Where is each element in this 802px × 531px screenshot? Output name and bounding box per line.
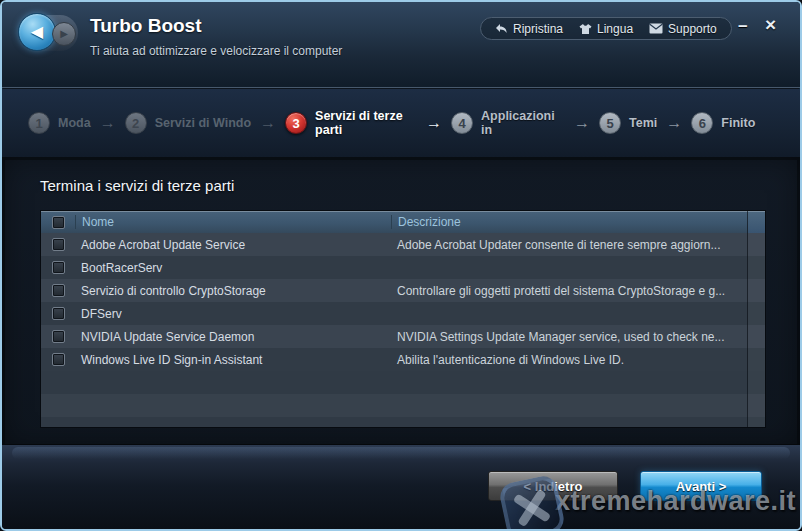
step-arrow-icon: → — [260, 115, 276, 131]
service-name: DFServ — [75, 307, 391, 321]
select-all-checkbox[interactable] — [52, 216, 65, 229]
empty-row — [41, 371, 765, 394]
table-row[interactable]: NVIDIA Update Service Daemon NVIDIA Sett… — [41, 325, 765, 348]
wizard-step-temi: 5 Temi — [599, 112, 657, 134]
service-name: BootRacerServ — [75, 261, 391, 275]
column-header-descrizione[interactable]: Descrizione — [391, 215, 765, 229]
service-description: NVIDIA Settings Update Manager service, … — [391, 330, 765, 344]
app-window: ◀ ▶ Turbo Boost Ti aiuta ad ottimizzare … — [0, 0, 802, 531]
section-title: Termina i servizi di terze parti — [40, 177, 234, 194]
footer: < Indietro Avanti > xtremehardware.it — [2, 444, 800, 529]
service-name: Windows Live ID Sign-in Assistant — [75, 353, 391, 367]
row-checkbox[interactable] — [52, 284, 65, 297]
step-label: Temi — [629, 116, 657, 130]
table-row[interactable]: BootRacerServ — [41, 256, 765, 279]
back-button[interactable]: < Indietro — [488, 471, 618, 501]
step-label: Applicazioni in — [481, 109, 565, 138]
menu-item-label: Supporto — [668, 22, 717, 36]
step-number: 2 — [125, 112, 147, 134]
menu-item-label: Ripristina — [513, 22, 563, 36]
step-arrow-icon: → — [574, 115, 590, 131]
scrollbar-track[interactable] — [747, 211, 765, 427]
app-title: Turbo Boost — [90, 15, 342, 37]
row-checkbox[interactable] — [52, 353, 65, 366]
row-checkbox[interactable] — [52, 261, 65, 274]
menu-item-ripristina[interactable]: Ripristina — [495, 22, 563, 36]
table-row[interactable]: Adobe Acrobat Update Service Adobe Acrob… — [41, 233, 765, 256]
app-subtitle: Ti aiuta ad ottimizzare e velocizzare il… — [90, 44, 342, 58]
shirt-icon — [579, 23, 592, 35]
row-checkbox[interactable] — [52, 238, 65, 251]
close-button[interactable]: × — [765, 14, 776, 36]
wizard-steps: 1 Moda → 2 Servizi di Windo → 3 Servizi … — [2, 89, 800, 157]
wizard-step-moda: 1 Moda — [28, 112, 91, 134]
empty-row — [41, 394, 765, 417]
menu-item-supporto[interactable]: Supporto — [649, 22, 717, 36]
minimize-button[interactable]: – — [738, 16, 747, 36]
step-number: 5 — [599, 112, 621, 134]
step-label: Servizi di Windo — [155, 116, 251, 130]
step-label: Servizi di terze parti — [315, 109, 417, 138]
table-row[interactable]: DFServ — [41, 302, 765, 325]
step-label: Finito — [721, 116, 755, 130]
service-description: Abilita l'autenticazione di Windows Live… — [391, 353, 765, 367]
titlebar: ◀ ▶ Turbo Boost Ti aiuta ad ottimizzare … — [2, 2, 800, 88]
forward-arrow-icon: ▶ — [60, 29, 68, 39]
history-nav: ◀ ▶ — [20, 15, 78, 51]
forward-nav-button[interactable]: ▶ — [52, 22, 76, 46]
undo-arrow-icon — [495, 23, 508, 35]
column-header-nome[interactable]: Nome — [75, 215, 391, 229]
back-arrow-icon: ◀ — [31, 24, 43, 40]
menu-item-label: Lingua — [597, 22, 633, 36]
service-description: Controllare gli oggetti protetti del sis… — [391, 284, 765, 298]
step-label: Moda — [58, 116, 91, 130]
table-row[interactable]: Windows Live ID Sign-in Assistant Abilit… — [41, 348, 765, 371]
service-description: Adobe Acrobat Updater consente di tenere… — [391, 238, 765, 252]
services-table: Nome Descrizione Adobe Acrobat Update Se… — [40, 210, 766, 428]
menu-item-lingua[interactable]: Lingua — [579, 22, 633, 36]
row-checkbox[interactable] — [52, 330, 65, 343]
title-block: Turbo Boost Ti aiuta ad ottimizzare e ve… — [90, 15, 342, 58]
wizard-step-servizi-windows: 2 Servizi di Windo — [125, 112, 251, 134]
empty-row — [41, 417, 765, 428]
next-button[interactable]: Avanti > — [640, 471, 762, 501]
titlebar-menu: Ripristina Lingua Supporto — [480, 17, 732, 40]
scrollbar-header — [748, 211, 765, 233]
step-arrow-icon: → — [426, 115, 442, 131]
step-arrow-icon: → — [100, 115, 116, 131]
service-name: NVIDIA Update Service Daemon — [75, 330, 391, 344]
step-arrow-icon: → — [666, 115, 682, 131]
wizard-step-finito: 6 Finito — [691, 112, 755, 134]
back-nav-button[interactable]: ◀ — [18, 13, 56, 51]
step-number: 1 — [28, 112, 50, 134]
content-area: Termina i servizi di terze parti Nome De… — [2, 157, 800, 448]
step-number: 4 — [451, 112, 473, 134]
service-name: Adobe Acrobat Update Service — [75, 238, 391, 252]
wizard-step-applicazioni: 4 Applicazioni in — [451, 109, 565, 138]
table-header: Nome Descrizione — [41, 211, 765, 233]
envelope-icon — [649, 23, 663, 34]
table-row[interactable]: Servizio di controllo CryptoStorage Cont… — [41, 279, 765, 302]
step-number: 3 — [285, 112, 307, 134]
step-number: 6 — [691, 112, 713, 134]
row-checkbox[interactable] — [52, 307, 65, 320]
service-name: Servizio di controllo CryptoStorage — [75, 284, 391, 298]
wizard-step-servizi-terze-parti: 3 Servizi di terze parti — [285, 109, 417, 138]
